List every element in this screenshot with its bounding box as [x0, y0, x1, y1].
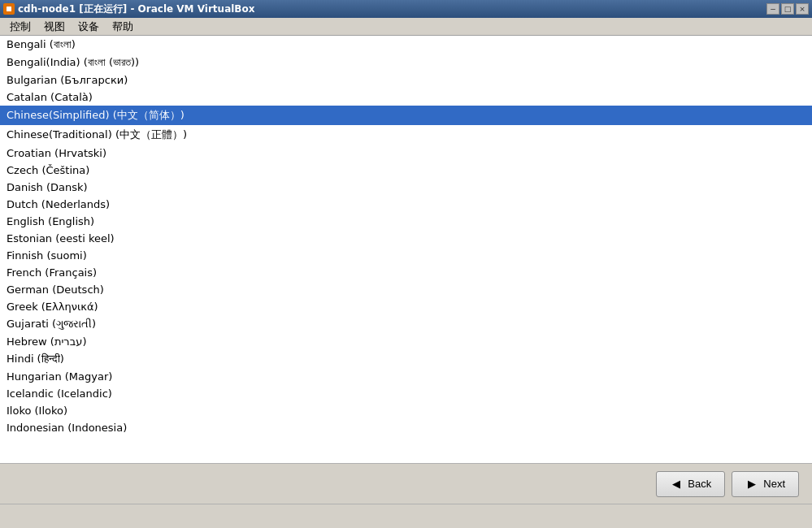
- menu-item-help[interactable]: 帮助: [106, 18, 140, 36]
- menu-item-view[interactable]: 视图: [37, 18, 72, 36]
- back-button[interactable]: ◀ Back: [656, 471, 725, 497]
- language-item[interactable]: Hindi (हिन्दी): [0, 350, 812, 368]
- language-item[interactable]: French (Français): [0, 264, 812, 281]
- svg-rect-1: [7, 6, 11, 11]
- maximize-button[interactable]: □: [781, 3, 794, 15]
- language-item[interactable]: Icelandic (Icelandic): [0, 385, 812, 402]
- language-item[interactable]: Greek (Ελληνικά): [0, 298, 812, 315]
- main-content: Bengali (বাংলা)Bengali(India) (বাংলা (ভা…: [0, 36, 812, 463]
- language-item[interactable]: Bulgarian (Български): [0, 71, 812, 89]
- language-item[interactable]: Danish (Dansk): [0, 179, 812, 196]
- language-item[interactable]: Croatian (Hrvatski): [0, 145, 812, 162]
- back-label: Back: [688, 478, 711, 490]
- language-item[interactable]: Bengali (বাংলা): [0, 36, 812, 54]
- language-item[interactable]: German (Deutsch): [0, 281, 812, 298]
- next-button[interactable]: ▶ Next: [732, 471, 799, 497]
- title-bar-left: cdh-node1 [正在运行] - Oracle VM VirtualBox: [3, 2, 254, 16]
- language-item[interactable]: Iloko (Iloko): [0, 402, 812, 419]
- language-item[interactable]: Hungarian (Magyar): [0, 368, 812, 385]
- language-item[interactable]: Estonian (eesti keel): [0, 230, 812, 247]
- minimize-button[interactable]: −: [766, 3, 779, 15]
- language-item[interactable]: Finnish (suomi): [0, 247, 812, 264]
- window-title: cdh-node1 [正在运行] - Oracle VM VirtualBox: [18, 2, 254, 16]
- title-bar: cdh-node1 [正在运行] - Oracle VM VirtualBox …: [0, 0, 812, 18]
- status-bar: [0, 504, 812, 528]
- language-item[interactable]: English (English): [0, 213, 812, 230]
- back-icon: ◀: [670, 478, 683, 491]
- language-item[interactable]: Hebrew (עברית): [0, 333, 812, 350]
- language-item[interactable]: Indonesian (Indonesia): [0, 419, 812, 436]
- language-item[interactable]: Gujarati (ગુજરાતી): [0, 315, 812, 333]
- menu-item-device[interactable]: 设备: [72, 18, 106, 36]
- menu-bar: 控制 视图 设备 帮助: [0, 18, 812, 36]
- vbox-icon: [3, 3, 15, 15]
- title-bar-controls: − □ ×: [766, 3, 809, 15]
- next-icon: ▶: [745, 478, 758, 491]
- close-button[interactable]: ×: [796, 3, 809, 15]
- language-item[interactable]: Bengali(India) (বাংলা (ভারত)): [0, 54, 812, 71]
- language-item[interactable]: Chinese(Simplified) (中文（简体）): [0, 106, 812, 125]
- menu-item-control[interactable]: 控制: [3, 18, 37, 36]
- language-list[interactable]: Bengali (বাংলা)Bengali(India) (বাংলা (ভা…: [0, 36, 812, 463]
- language-item[interactable]: Dutch (Nederlands): [0, 196, 812, 213]
- language-item[interactable]: Czech (Čeština): [0, 162, 812, 179]
- next-label: Next: [763, 478, 785, 490]
- language-item[interactable]: Catalan (Català): [0, 89, 812, 106]
- language-item[interactable]: Chinese(Traditional) (中文（正體）): [0, 125, 812, 145]
- bottom-bar: ◀ Back ▶ Next: [0, 463, 812, 504]
